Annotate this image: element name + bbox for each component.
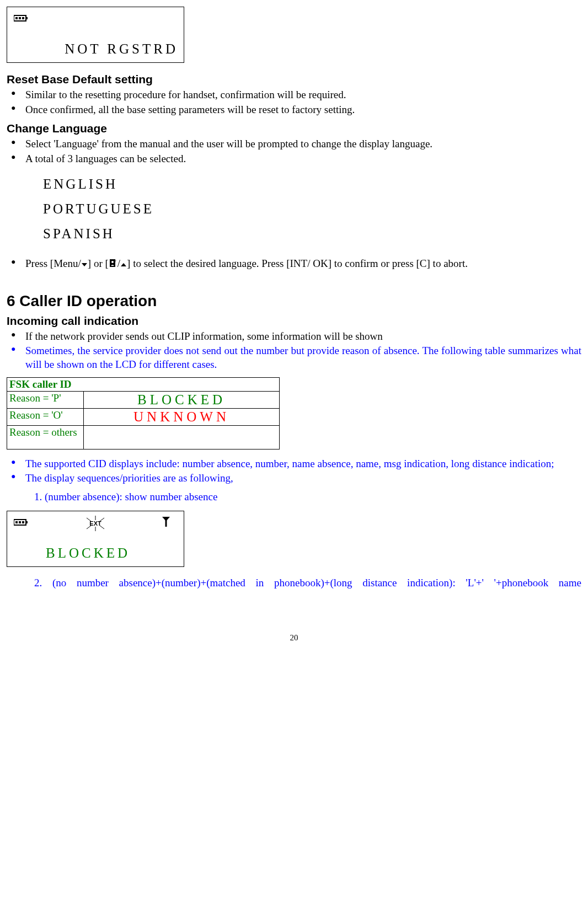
sequence-1: 1. (number absence): show number absence — [7, 491, 581, 503]
reason-cell: Reason = others — [7, 425, 84, 449]
cid-bullets: The supported CID displays include: numb… — [7, 457, 581, 485]
lcd-blocked: EXT BLOCKED — [7, 511, 184, 567]
fsk-caller-id-table: FSK caller ID Reason = 'P' BLOCKED Reaso… — [7, 377, 280, 450]
bullet-item: Press [Menu/] or [?/] to select the desi… — [7, 257, 581, 271]
language-option: ENGLISH — [43, 172, 581, 196]
lcd-not-registered: NOT RGSTRD — [7, 7, 184, 63]
battery-icon — [14, 13, 28, 25]
language-list: ENGLISH PORTUGUESE SPANISH — [43, 172, 581, 246]
language-option: SPANISH — [43, 221, 581, 246]
text: to select the desired language. Press [I… — [130, 258, 468, 269]
heading-reset: Reset Base Default setting — [7, 73, 581, 86]
text: Press [Menu/ — [25, 258, 81, 269]
lcd-text: BLOCKED — [7, 545, 184, 561]
table-row: Reason = others — [7, 425, 280, 449]
svg-point-7 — [111, 261, 114, 263]
sequence-2: 2. (no number absence)+(number)+(matched… — [7, 577, 581, 589]
text: ] or [ — [88, 258, 109, 269]
table-row: Reason = 'O' UNKNOWN — [7, 408, 280, 425]
svg-text:?: ? — [115, 259, 116, 263]
down-triangle-icon — [82, 258, 87, 271]
svg-rect-4 — [22, 17, 24, 19]
heading-incoming: Incoming call indication — [7, 314, 581, 328]
svg-rect-2 — [15, 17, 18, 19]
table-header: FSK caller ID — [7, 377, 280, 391]
phonebook-icon: ? — [109, 258, 117, 271]
svg-rect-14 — [22, 521, 24, 523]
reason-cell: Reason = 'O' — [7, 408, 84, 425]
table-row: Reason = 'P' BLOCKED — [7, 391, 280, 408]
display-cell: UNKNOWN — [84, 408, 280, 425]
bullet-item: If the network provider sends out CLIP i… — [7, 330, 581, 344]
lang-bullets: Select 'Language' from the manual and th… — [7, 137, 581, 165]
svg-rect-11 — [26, 521, 28, 523]
bullet-item: Once confirmed, all the base setting par… — [7, 103, 581, 117]
bullet-item: A total of 3 languages can be selected. — [7, 152, 581, 166]
reason-cell: Reason = 'P' — [7, 391, 84, 408]
svg-marker-9 — [121, 263, 126, 266]
battery-icon — [14, 517, 28, 529]
display-cell: BLOCKED — [84, 391, 280, 408]
incoming-bullets: If the network provider sends out CLIP i… — [7, 330, 581, 372]
svg-rect-1 — [26, 17, 28, 19]
bullet-item: The supported CID displays include: numb… — [7, 457, 581, 471]
svg-rect-22 — [165, 520, 167, 527]
lang-instruction-bullets: Press [Menu/] or [?/] to select the desi… — [7, 257, 581, 271]
reset-bullets: Similar to the resetting procedure for h… — [7, 88, 581, 116]
antenna-icon — [162, 517, 170, 529]
bullet-item: Similar to the resetting procedure for h… — [7, 88, 581, 102]
heading-chapter-6: 6 Caller ID operation — [7, 292, 581, 310]
bullet-item: Sometimes, the service provider does not… — [7, 344, 581, 371]
bullet-item: The display sequences/priorities are as … — [7, 472, 581, 485]
text: / — [117, 258, 120, 269]
page-number: 20 — [7, 633, 581, 643]
display-cell — [84, 425, 280, 449]
up-triangle-icon — [121, 258, 126, 271]
svg-rect-13 — [19, 521, 21, 523]
ext-flash-icon: EXT — [80, 515, 111, 535]
lcd-text: NOT RGSTRD — [7, 41, 184, 57]
heading-change-language: Change Language — [7, 122, 581, 135]
language-option: PORTUGUESE — [43, 196, 581, 221]
bullet-item: Select 'Language' from the manual and th… — [7, 137, 581, 151]
svg-rect-12 — [15, 521, 18, 523]
svg-marker-5 — [82, 263, 87, 266]
ext-label: EXT — [80, 520, 111, 527]
svg-rect-3 — [19, 17, 21, 19]
